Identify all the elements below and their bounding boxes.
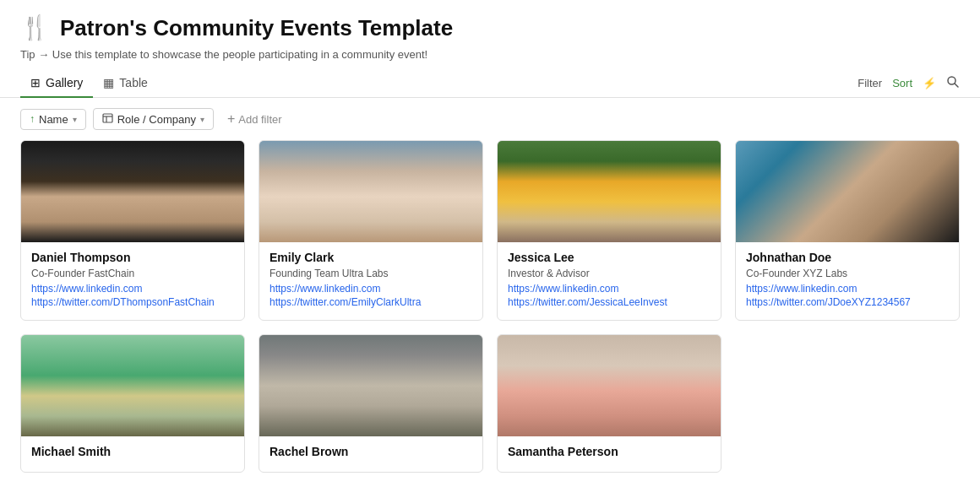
- person-photo-jessica-lee: [498, 141, 721, 242]
- person-linkedin-emily-clark[interactable]: https://www.linkedin.com: [270, 283, 472, 295]
- person-linkedin-johnathan-doe[interactable]: https://www.linkedin.com: [746, 283, 949, 295]
- person-photo-johnathan-doe: [736, 141, 959, 242]
- person-role-johnathan-doe: Co-Founder XYZ Labs: [746, 268, 949, 279]
- person-card-emily-clark[interactable]: Emily ClarkFounding Team Ultra Labshttps…: [259, 140, 483, 321]
- app-header: 🍴 Patron's Community Events Template: [0, 0, 980, 46]
- top-right-controls: Filter Sort ⚡: [858, 75, 960, 91]
- add-filter-label: Add filter: [238, 113, 281, 126]
- role-company-filter-button[interactable]: Role / Company ▾: [93, 108, 214, 130]
- person-card-samantha-peterson[interactable]: Samantha Peterson: [497, 334, 721, 473]
- tip-bar: Tip → Use this template to showcase the …: [0, 46, 980, 69]
- person-linkedin-daniel-thompson[interactable]: https://www.linkedin.com: [31, 283, 234, 295]
- person-name-michael-smith: Michael Smith: [31, 445, 234, 458]
- filter-button[interactable]: Filter: [858, 77, 882, 89]
- search-icon[interactable]: [946, 75, 960, 91]
- person-card-michael-smith[interactable]: Michael Smith: [20, 334, 245, 473]
- person-card-johnathan-doe[interactable]: Johnathan DoeCo-Founder XYZ Labshttps://…: [735, 140, 960, 321]
- person-twitter-johnathan-doe[interactable]: https://twitter.com/JDoeXYZ1234567: [746, 296, 949, 308]
- role-company-filter-label: Role / Company: [117, 113, 196, 126]
- person-twitter-jessica-lee[interactable]: https://twitter.com/JessicaLeeInvest: [508, 296, 710, 308]
- lightning-icon[interactable]: ⚡: [923, 77, 936, 89]
- app-icon: 🍴: [20, 14, 50, 41]
- person-name-johnathan-doe: Johnathan Doe: [746, 251, 949, 264]
- tip-text: Tip → Use this template to showcase the …: [20, 48, 427, 61]
- name-filter-button[interactable]: ↑ Name ▾: [20, 109, 86, 130]
- app-title: Patron's Community Events Template: [60, 15, 453, 41]
- tab-table-label: Table: [119, 76, 147, 89]
- gallery-icon: ⊞: [30, 76, 41, 89]
- person-card-jessica-lee[interactable]: Jessica LeeInvestor & Advisorhttps://www…: [497, 140, 721, 321]
- svg-line-1: [955, 84, 958, 87]
- filter-bar: ↑ Name ▾ Role / Company ▾ + Add filter: [0, 98, 980, 140]
- person-linkedin-jessica-lee[interactable]: https://www.linkedin.com: [508, 283, 710, 295]
- person-photo-michael-smith: [21, 335, 244, 436]
- person-name-samantha-peterson: Samantha Peterson: [508, 445, 710, 458]
- person-photo-daniel-thompson: [21, 141, 244, 242]
- view-tabs: ⊞ Gallery ▦ Table Filter Sort ⚡: [0, 69, 980, 98]
- person-name-daniel-thompson: Daniel Thompson: [31, 251, 234, 264]
- person-name-rachel-brown: Rachel Brown: [270, 445, 472, 458]
- sort-button[interactable]: Sort: [892, 77, 912, 89]
- person-card-rachel-brown[interactable]: Rachel Brown: [259, 334, 483, 473]
- tab-gallery-label: Gallery: [46, 76, 83, 89]
- name-filter-arrow: ▾: [73, 115, 77, 124]
- gallery-grid: Daniel ThompsonCo-Founder FastChainhttps…: [0, 140, 980, 487]
- person-photo-rachel-brown: [259, 335, 482, 436]
- tab-table[interactable]: ▦ Table: [93, 69, 157, 98]
- svg-rect-2: [103, 114, 112, 122]
- person-role-jessica-lee: Investor & Advisor: [508, 268, 710, 279]
- person-twitter-daniel-thompson[interactable]: https://twitter.com/DThompsonFastChain: [31, 296, 234, 308]
- add-icon: +: [227, 112, 235, 126]
- person-role-emily-clark: Founding Team Ultra Labs: [270, 268, 472, 279]
- table-icon: ▦: [103, 76, 114, 89]
- building-icon: [102, 112, 113, 126]
- role-company-filter-arrow: ▾: [200, 115, 204, 124]
- person-name-emily-clark: Emily Clark: [270, 251, 472, 264]
- sort-up-icon: ↑: [30, 113, 35, 125]
- person-twitter-emily-clark[interactable]: https://twitter.com/EmilyClarkUltra: [270, 296, 472, 308]
- add-filter-button[interactable]: + Add filter: [220, 109, 289, 129]
- tab-gallery[interactable]: ⊞ Gallery: [20, 69, 93, 98]
- person-photo-samantha-peterson: [498, 335, 721, 436]
- name-filter-label: Name: [39, 113, 68, 126]
- person-role-daniel-thompson: Co-Founder FastChain: [31, 268, 234, 279]
- person-card-daniel-thompson[interactable]: Daniel ThompsonCo-Founder FastChainhttps…: [20, 140, 245, 321]
- person-name-jessica-lee: Jessica Lee: [508, 251, 710, 264]
- person-photo-emily-clark: [259, 141, 482, 242]
